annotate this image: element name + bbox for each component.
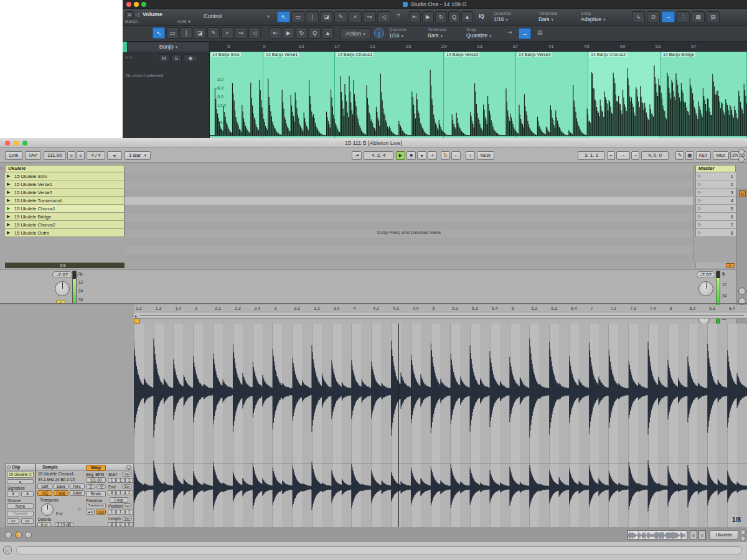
clip-slot[interactable]: ▶15 Ukulele Turnaround — [5, 197, 125, 205]
transpose-knob[interactable] — [41, 503, 54, 516]
follow-playhead-button[interactable]: → — [519, 28, 531, 39]
track-volume-field[interactable]: -7.07 — [52, 271, 72, 278]
snap-control[interactable]: Snap Adaptive▾ — [581, 11, 624, 22]
value-cell[interactable]: 1 — [108, 478, 116, 483]
monitor-button[interactable]: ◉ — [184, 54, 197, 62]
save-button[interactable]: Save — [54, 483, 68, 489]
signature-denominator-field[interactable]: 4 — [21, 491, 34, 497]
transpose-value[interactable]: 0 st — [56, 511, 62, 516]
loop-brace[interactable] — [140, 315, 744, 316]
arrangement-ruler[interactable]: 59131721252933374145495357 — [210, 42, 747, 52]
clip-play-icon[interactable]: ▶ — [7, 190, 10, 195]
clip-slot[interactable]: ▶15 Ukulele Bridge — [5, 213, 125, 221]
mute-button[interactable]: M — [159, 54, 169, 62]
clip-slot[interactable]: ▶15 Ukulele Chorus1 — [5, 205, 125, 213]
clip-slot[interactable]: ▶15 Ukulele Verse2 — [5, 189, 125, 197]
value-cell[interactable]: 1 — [116, 478, 125, 483]
length-set-button[interactable]: Set — [122, 516, 132, 521]
session-record-button[interactable]: ○ — [466, 151, 475, 160]
zoom-handle-right[interactable]: ||| — [698, 530, 706, 539]
metronome-icon[interactable]: ▲ — [461, 11, 473, 22]
eraser-tool-icon[interactable]: ◪ — [320, 11, 333, 22]
snap-value[interactable]: Adaptive▾ — [581, 16, 624, 22]
loop-start-marker-icon[interactable]: ▸ — [135, 314, 137, 318]
scroll-up-button[interactable] — [738, 149, 745, 155]
nudge-down-button[interactable]: ||| — [67, 151, 75, 160]
punch-in-button[interactable]: ⌐ — [607, 151, 615, 160]
detune-field[interactable]: 0 ct — [37, 522, 51, 527]
drop-zone[interactable]: Drop Files and Devices Here — [125, 165, 694, 261]
key-map-button[interactable]: KEY — [696, 151, 711, 160]
value-cell[interactable]: 1 — [125, 490, 133, 495]
signature-numerator-field[interactable]: 4 — [7, 491, 19, 497]
value-cell[interactable]: 0 — [125, 522, 133, 527]
quantize-value[interactable]: 1/16▾ — [494, 16, 537, 22]
punch-out-button[interactable]: ¬ — [631, 151, 639, 160]
master-pan-knob[interactable] — [698, 281, 713, 296]
loop-button[interactable]: ~ — [616, 151, 630, 160]
clip-slot[interactable]: ▶15 Ukulele Outro — [5, 229, 125, 237]
solo-button[interactable]: S — [171, 54, 182, 62]
nudge-up-button[interactable]: ||| — [77, 151, 85, 160]
dots-icon[interactable]: ⁞ — [677, 11, 690, 22]
scene-slot[interactable]: ▷3 — [695, 189, 736, 197]
scene-slot[interactable]: ▷8 — [695, 229, 736, 237]
scroll-down-button[interactable] — [738, 156, 745, 162]
loop-icon[interactable]: ↻ — [435, 11, 447, 22]
edit-button[interactable]: Edit — [37, 483, 52, 489]
automation-value[interactable]: 0dB▾ — [177, 19, 190, 24]
clip-play-icon[interactable]: ▶ — [7, 214, 10, 219]
clip-waveform-pane[interactable]: 1/8 — [134, 324, 747, 527]
record-button[interactable]: ● — [417, 151, 426, 160]
warp-mode-menu[interactable]: Beats — [86, 491, 106, 497]
quantize-control[interactable]: Quantize 1/16▾ — [494, 11, 537, 22]
clip-slot[interactable]: ▶15 Ukulele Intro — [5, 172, 125, 180]
bend-tool-icon[interactable]: ↝ — [363, 11, 376, 22]
split-tool-icon[interactable]: ∣ — [180, 27, 192, 39]
value-cell[interactable]: 1 — [108, 510, 116, 515]
loop-icon[interactable]: ↻ — [296, 27, 308, 39]
macro-icon[interactable]: ʃ — [374, 28, 384, 38]
clip-overview[interactable] — [627, 530, 687, 539]
draw-mode-button[interactable]: ✎ — [675, 151, 684, 160]
clip-name-field[interactable]: 15 Ukulele C — [7, 472, 34, 478]
clip-play-icon[interactable]: ▶ — [7, 182, 10, 187]
layers-icon[interactable]: ▤ — [537, 29, 543, 35]
detail-track-button[interactable]: Ukulele — [710, 530, 738, 539]
listen-tool-icon[interactable]: ◁ — [377, 11, 390, 22]
transient-loop-mode-button[interactable]: ◄▼ — [86, 510, 95, 515]
loop-indicator-button[interactable] — [25, 531, 32, 538]
link-button[interactable]: Link — [5, 151, 22, 160]
clip-slot[interactable]: ▶15 Ukulele Verse1 — [5, 180, 125, 189]
half-tempo-button[interactable]: :2 — [86, 484, 95, 489]
scene-play-icon[interactable]: ▷ — [698, 230, 701, 235]
scene-play-icon[interactable]: ▷ — [698, 206, 701, 211]
transients-menu[interactable]: Transients — [86, 503, 106, 508]
edit-snap-control[interactable]: Snap Quantize▾ — [466, 27, 510, 39]
transient-envelope-field[interactable]: 100 — [96, 510, 106, 515]
automation-badge[interactable]: A — [125, 11, 134, 19]
scene-play-icon[interactable]: ▷ — [698, 222, 701, 227]
back-to-arrangement-button[interactable]: ← — [451, 151, 461, 160]
stop-button[interactable]: ■ — [406, 151, 416, 160]
scene-slot[interactable]: ▷7 — [695, 221, 736, 229]
metronome-button[interactable]: ●| — [107, 151, 122, 160]
fade-toggle-button[interactable] — [15, 531, 22, 538]
scene-slot[interactable]: ▷4 — [695, 197, 736, 205]
clip-slot[interactable]: ▶15 Ukulele Chorus2 — [5, 221, 125, 229]
value-cell[interactable]: 8 — [108, 522, 116, 527]
midi-map-button[interactable]: MIDI — [713, 151, 729, 160]
detail-toggle-down-button[interactable] — [740, 536, 746, 541]
range-tool-icon[interactable]: ▭ — [166, 27, 179, 39]
return-to-zero-icon[interactable]: ⇤ — [409, 11, 421, 22]
commit-button[interactable]: Commit — [7, 511, 34, 516]
reenable-automation-button[interactable]: ↻ — [441, 151, 450, 160]
clip-gain-field[interactable]: 2.19 dB — [55, 522, 73, 527]
quantization-menu[interactable]: 1 Bar ▾ — [125, 151, 151, 160]
bend-tool-icon[interactable]: ↝ — [235, 27, 247, 39]
ableton-titlebar[interactable]: 15 111 B [Ableton Live] — [0, 138, 747, 148]
hot-swap-icon[interactable]: → — [126, 465, 131, 470]
clip-play-icon[interactable]: ▶ — [7, 198, 10, 203]
tempo-field[interactable]: 111.00 — [44, 151, 66, 160]
reverse-button[interactable]: Rev. — [70, 483, 85, 489]
